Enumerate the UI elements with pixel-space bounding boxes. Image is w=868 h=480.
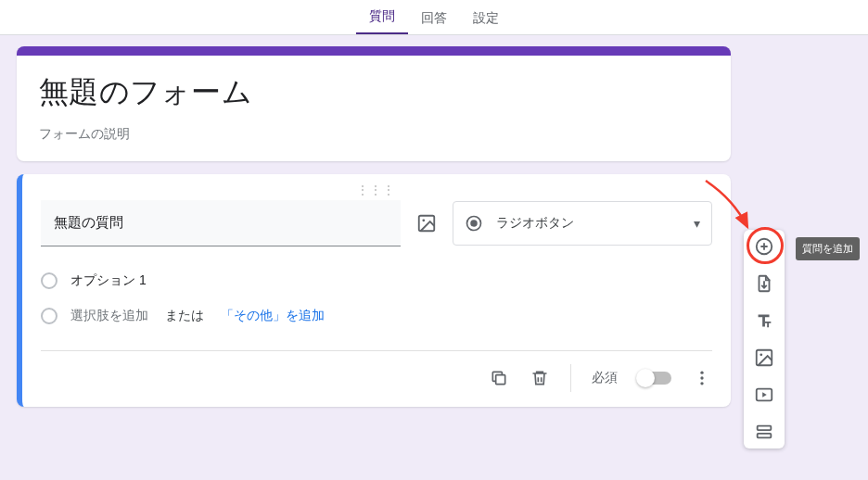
tab-settings[interactable]: 設定 — [460, 3, 512, 34]
required-label: 必須 — [592, 370, 618, 386]
add-title-icon[interactable] — [753, 309, 775, 332]
separator — [570, 364, 571, 392]
svg-point-10 — [760, 353, 762, 356]
question-title-input[interactable] — [41, 200, 401, 246]
add-question-tooltip: 質問を追加 — [796, 237, 860, 260]
duplicate-icon[interactable] — [489, 368, 509, 388]
question-card[interactable]: ⋮⋮⋮ ラジオボタン ▾ オプション 1 選択肢を追加 または 「その他」を追加 — [17, 174, 731, 407]
required-toggle[interactable] — [638, 372, 671, 385]
tab-responses[interactable]: 回答 — [408, 3, 460, 34]
svg-point-3 — [470, 220, 478, 227]
more-options-icon[interactable] — [692, 368, 712, 388]
svg-point-1 — [422, 219, 425, 221]
or-text: または — [165, 308, 204, 324]
question-type-select[interactable]: ラジオボタン ▾ — [453, 201, 712, 246]
add-image-icon[interactable] — [415, 212, 438, 234]
delete-icon[interactable] — [530, 368, 550, 388]
svg-point-6 — [700, 376, 703, 379]
option-label[interactable]: オプション 1 — [70, 272, 712, 289]
drag-handle-icon[interactable]: ⋮⋮⋮ — [41, 183, 712, 196]
svg-rect-12 — [758, 426, 772, 431]
svg-point-7 — [700, 382, 703, 385]
side-toolbar — [744, 230, 785, 448]
divider — [41, 350, 712, 351]
option-row[interactable]: オプション 1 — [41, 263, 712, 298]
tab-questions[interactable]: 質問 — [356, 1, 408, 34]
add-section-icon[interactable] — [753, 421, 775, 443]
form-header-card[interactable]: 無題のフォーム フォームの説明 — [17, 46, 731, 161]
question-footer: 必須 — [41, 357, 712, 403]
add-image-icon[interactable] — [753, 347, 775, 369]
question-type-label: ラジオボタン — [496, 215, 574, 232]
add-video-icon[interactable] — [753, 384, 775, 406]
chevron-down-icon: ▾ — [694, 216, 700, 231]
add-option-row[interactable]: 選択肢を追加 または 「その他」を追加 — [41, 298, 712, 334]
import-questions-icon[interactable] — [753, 272, 775, 295]
add-question-icon[interactable] — [753, 235, 775, 258]
editor-tabs: 質問 回答 設定 — [0, 0, 868, 35]
radio-circle-icon — [41, 308, 57, 324]
svg-point-5 — [700, 372, 703, 374]
radio-circle-icon — [41, 272, 57, 289]
radio-icon — [465, 214, 483, 233]
form-title[interactable]: 無題のフォーム — [39, 72, 708, 113]
svg-rect-4 — [496, 375, 505, 385]
add-option-text[interactable]: 選択肢を追加 — [70, 308, 148, 324]
add-other-link[interactable]: 「その他」を追加 — [221, 308, 325, 324]
form-description[interactable]: フォームの説明 — [39, 126, 708, 143]
svg-rect-13 — [758, 434, 772, 438]
